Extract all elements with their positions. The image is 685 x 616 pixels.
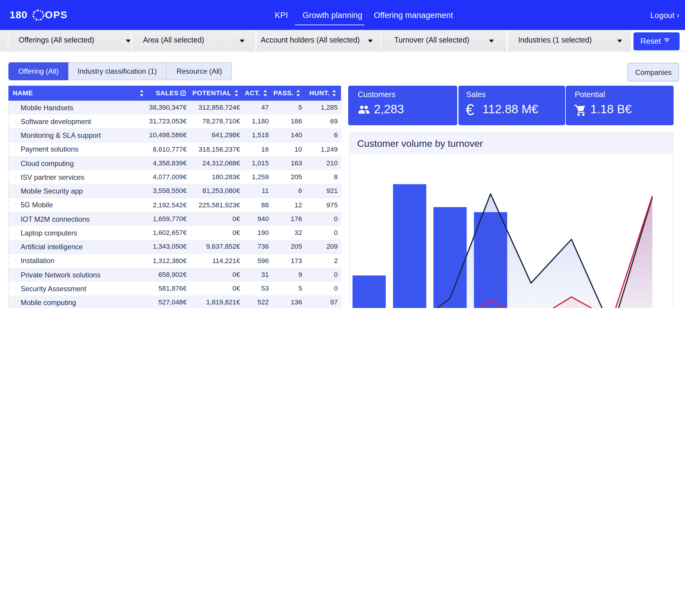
svg-text:OPS: OPS xyxy=(45,9,68,20)
svg-text:180: 180 xyxy=(9,9,27,20)
